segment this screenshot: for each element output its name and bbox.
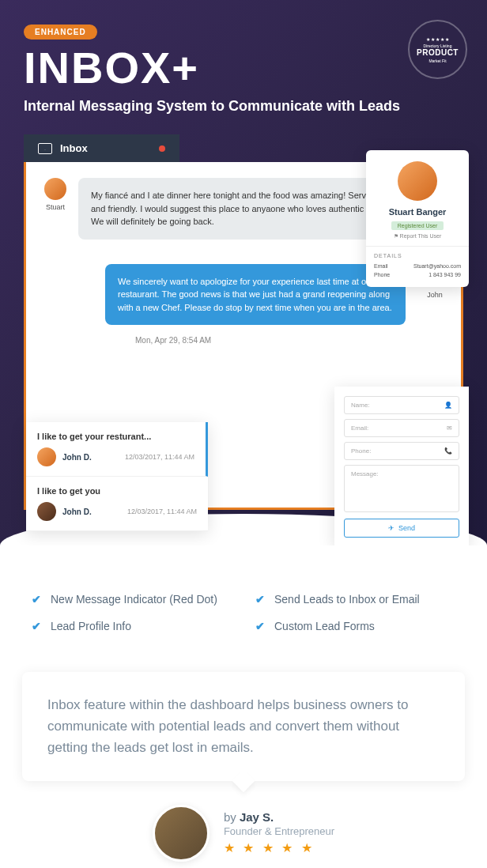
check-icon: ✔ — [32, 593, 41, 606]
avatar — [398, 161, 437, 201]
feature-text: Lead Profile Info — [51, 620, 131, 632]
feature-item: ✔New Message Indicator (Red Dot) — [32, 593, 232, 606]
check-icon: ✔ — [255, 593, 265, 606]
list-item[interactable]: I like to get your resturant... John D. … — [26, 422, 208, 477]
phone-label: Phone — [374, 272, 390, 277]
mail-icon — [38, 143, 52, 154]
send-button[interactable]: ✈Send — [344, 519, 459, 538]
sender-name: John D. — [62, 453, 119, 462]
email-label: Email — [374, 263, 388, 269]
page-title: INBOX+ — [24, 46, 463, 90]
message-timestamp: Mon, Apr 29, 8:54 AM — [135, 336, 445, 345]
feature-text: New Message Indicator (Red Dot) — [51, 593, 217, 606]
send-icon: ✈ — [388, 524, 395, 532]
avatar — [37, 502, 56, 521]
list-item[interactable]: I like to get you John D. 12/03/2017, 11… — [26, 477, 208, 531]
message-field[interactable]: Message: — [344, 465, 459, 512]
message-list-card: I like to get your resturant... John D. … — [26, 422, 208, 531]
star-rating: ★ ★ ★ ★ ★ — [224, 840, 334, 855]
check-icon: ✔ — [32, 620, 41, 632]
page-subtitle: Internal Messaging System to Communicate… — [24, 98, 463, 115]
message-time: 12/03/2017, 11:44 AM — [127, 508, 197, 515]
testimonial-role: Founder & Entrepreneur — [224, 825, 334, 837]
message-preview: I like to get your resturant... — [37, 432, 194, 441]
feature-text: Custom Lead Forms — [274, 620, 375, 632]
inbox-tab[interactable]: Inbox — [24, 134, 179, 162]
notification-dot-icon — [159, 145, 165, 152]
profile-name: Stuart Banger — [366, 207, 469, 217]
avatar — [153, 805, 210, 862]
feature-text: Send Leads to Inbox or Email — [274, 593, 420, 606]
user-icon: 👤 — [444, 402, 452, 409]
inbox-tab-label: Inbox — [60, 142, 88, 154]
phone-icon: 📞 — [444, 447, 452, 455]
name-field[interactable]: Name:👤 — [344, 396, 459, 414]
details-header: DETAILS — [374, 253, 461, 259]
sender-name: Stuart — [46, 203, 65, 211]
email-value: Stuart@yahoo.com — [413, 263, 461, 269]
inbox-mockup: Inbox Stuart My fiancé and I ate dinner … — [24, 134, 463, 545]
testimonial: by Jay S. Founder & Entrepreneur ★ ★ ★ ★… — [0, 781, 487, 868]
award-badge: ★★★★★ Directory Listing PRODUCT Market F… — [408, 20, 467, 79]
feature-item: ✔Lead Profile Info — [32, 620, 232, 632]
report-user-link[interactable]: ⚑ Report This User — [366, 233, 469, 246]
check-icon: ✔ — [255, 620, 265, 632]
sender-name: John — [427, 291, 443, 299]
message-time: 12/03/2017, 11:44 AM — [125, 453, 194, 461]
features-grid: ✔New Message Indicator (Red Dot) ✔Send L… — [0, 577, 487, 648]
message-preview: I like to get you — [37, 486, 197, 496]
testimonial-by: by Jay S. — [224, 810, 334, 824]
message-bubble: We sincerely want to apologize for your … — [105, 264, 406, 326]
testimonial-name: Jay S. — [240, 810, 274, 824]
chat-panel: Stuart My fiancé and I ate dinner here t… — [24, 162, 463, 510]
email-field[interactable]: Email:✉ — [344, 419, 459, 437]
profile-tag: Registered User — [391, 221, 444, 230]
avatar — [44, 178, 66, 200]
quote-text: Inbox feature within the dashboard helps… — [47, 697, 408, 755]
phone-value: 1 843 943 99 — [428, 272, 461, 277]
mail-icon: ✉ — [447, 425, 452, 432]
hero-section: ★★★★★ Directory Listing PRODUCT Market F… — [0, 0, 487, 545]
phone-field[interactable]: Phone:📞 — [344, 442, 459, 460]
lead-form-card: Name:👤 Email:✉ Phone:📞 Message: ✈Send — [334, 387, 469, 545]
avatar — [37, 447, 56, 466]
feature-item: ✔Custom Lead Forms — [255, 620, 455, 632]
profile-card: Stuart Banger Registered User ⚑ Report T… — [366, 150, 469, 287]
sender-name: John D. — [62, 508, 121, 516]
enhanced-badge: ENHANCED — [24, 25, 97, 40]
quote-card: Inbox feature within the dashboard helps… — [22, 672, 465, 781]
feature-item: ✔Send Leads to Inbox or Email — [255, 593, 455, 606]
